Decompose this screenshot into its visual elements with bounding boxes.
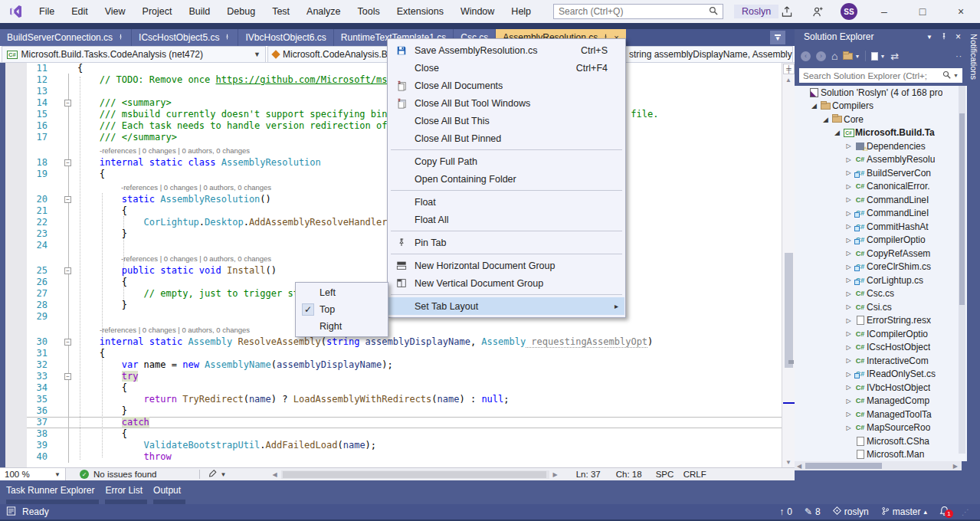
fold-collapse-icon[interactable]: −	[64, 267, 71, 274]
chevron-down-icon[interactable]: ▼	[220, 471, 226, 478]
collapsed-arrow-icon[interactable]: ▷	[844, 424, 854, 431]
collapsed-arrow-icon[interactable]: ▷	[844, 384, 854, 391]
collapsed-arrow-icon[interactable]: ▷	[844, 277, 854, 283]
tree-item-compilers[interactable]: ◢Compilers	[795, 100, 967, 113]
code-line-30[interactable]: 30− internal static Assembly ResolveAsse…	[0, 336, 782, 348]
chevron-down-icon[interactable]: ▼	[953, 73, 959, 78]
scroll-right-icon[interactable]: ▶	[951, 463, 960, 470]
collapsed-arrow-icon[interactable]: ▷	[844, 169, 854, 176]
tree-item-errorstring-resx[interactable]: ▷ErrorString.resx	[795, 314, 967, 328]
codelens-info[interactable]: -references | 0 changes | 0 authors, 0 c…	[100, 326, 250, 334]
toolbar-overflow-icon[interactable]: ··	[955, 52, 967, 61]
tab-BuildServerConnection-cs[interactable]: BuildServerConnection.cs	[0, 29, 131, 46]
collapsed-arrow-icon[interactable]: ▷	[844, 237, 854, 244]
spaces-indicator[interactable]: SPC	[656, 470, 683, 479]
tree-item-managedcomp[interactable]: ▷C#ManagedComp	[795, 395, 967, 408]
tree-item-dependencies[interactable]: ▷Dependencies	[795, 139, 967, 153]
search-icon[interactable]	[709, 6, 718, 18]
tree-item-csc-cs[interactable]: ▷C#Csc.cs	[795, 287, 967, 301]
collapsed-arrow-icon[interactable]: ▷	[844, 303, 854, 310]
fold-collapse-icon[interactable]: −	[64, 196, 71, 203]
collapsed-arrow-icon[interactable]: ▷	[844, 143, 854, 149]
forward-button[interactable]: ›	[816, 51, 826, 61]
tree-vertical-scrollbar[interactable]	[959, 86, 965, 454]
editor-split-handle-icon[interactable]: ╪	[783, 64, 795, 74]
menu-item-copy-full-path[interactable]: Copy Full Path	[388, 152, 624, 170]
quick-search-box[interactable]	[553, 4, 723, 19]
tree-item-icompileroptio[interactable]: ▷C#ICompilerOptio	[795, 327, 967, 341]
fold-collapse-icon[interactable]: −	[64, 159, 71, 166]
editor-horizontal-scrollbar[interactable]	[281, 470, 549, 479]
collapsed-arrow-icon[interactable]: ▷	[844, 290, 854, 297]
tree-item-commandlinei[interactable]: ▷C#CommandLineI	[795, 193, 967, 207]
home-icon[interactable]: ⌂	[831, 50, 837, 62]
submenu-item-left[interactable]: Left	[297, 284, 387, 301]
code-line-37[interactable]: 37 catch	[0, 417, 782, 428]
collapsed-arrow-icon[interactable]: ▷	[844, 183, 854, 190]
editor-vertical-scrollbar[interactable]: ╪ ▲ ▼	[782, 63, 795, 467]
pending-changes-button[interactable]: ✎ 8	[805, 506, 821, 517]
solution-context-label[interactable]: Roslyn	[734, 5, 778, 18]
fold-collapse-icon[interactable]: −	[64, 100, 71, 106]
tree-item-buildservercon[interactable]: ▷C#BuildServerCon	[795, 166, 967, 180]
menu-item-close-all-documents[interactable]: Close All Documents	[388, 77, 624, 94]
branch-button[interactable]: master ▴	[881, 506, 927, 518]
tree-item-commithashat[interactable]: ▷C#CommitHashAt	[795, 220, 967, 234]
collapsed-arrow-icon[interactable]: ▷	[844, 371, 854, 378]
menu-item-close-all-but-tool-windows[interactable]: Close All But Tool Windows	[388, 94, 624, 112]
code-line-31[interactable]: 31 {	[0, 348, 782, 359]
incoming-commits-button[interactable]: ↑ 0	[779, 506, 792, 517]
tree-item-coreclrshim-cs[interactable]: ▷C#CoreClrShim.cs	[795, 260, 967, 274]
repository-button[interactable]: roslyn	[833, 506, 869, 517]
tree-item-microsoft-build-ta[interactable]: ◢C#Microsoft.Build.Ta	[795, 126, 967, 140]
minimize-button[interactable]: –	[873, 3, 896, 20]
tree-item-csi-cs[interactable]: ▷C#Csi.cs	[795, 300, 967, 314]
solution-explorer-titlebar[interactable]: Solution Explorer ▼ ×	[795, 29, 967, 44]
scroll-up-icon[interactable]: ▲	[782, 77, 795, 84]
tree-horizontal-scrollbar[interactable]: ◀ ▶	[795, 461, 962, 470]
panel-tab-error-list[interactable]: Error List	[105, 485, 143, 499]
code-line-36[interactable]: 36 }	[0, 405, 782, 417]
codelens-info[interactable]: -references | 0 changes | 0 authors, 0 c…	[121, 183, 271, 192]
scroll-left-icon[interactable]: ◀	[272, 471, 277, 478]
menu-item-float[interactable]: Float	[388, 193, 624, 211]
panel-tab-output[interactable]: Output	[153, 485, 181, 499]
notifications-button[interactable]: 1	[939, 506, 949, 519]
codelens-row[interactable]: -references | 0 changes | 0 authors, 0 c…	[0, 323, 782, 336]
collapsed-arrow-icon[interactable]: ▷	[844, 398, 854, 405]
zoom-dropdown[interactable]: 100 % ▼	[0, 468, 66, 481]
menu-edit[interactable]: Edit	[63, 0, 97, 23]
code-line-40[interactable]: 40 throw	[0, 451, 782, 463]
menu-item-new-vertical-document-group[interactable]: New Vertical Document Group	[388, 274, 624, 292]
account-avatar[interactable]: SS	[841, 3, 857, 20]
menu-build[interactable]: Build	[180, 0, 218, 23]
health-check-icon[interactable]: ✓	[80, 470, 89, 479]
submenu-item-top[interactable]: ✓Top	[297, 301, 387, 318]
collapsed-arrow-icon[interactable]: ▷	[844, 330, 854, 337]
collapsed-arrow-icon[interactable]: ▷	[844, 250, 854, 257]
scroll-down-icon[interactable]: ▼	[782, 459, 795, 466]
menu-project[interactable]: Project	[134, 0, 181, 23]
code-line-35[interactable]: 35 return TryRedirect(name) ? LoadAssemb…	[0, 394, 782, 405]
menu-file[interactable]: File	[31, 0, 63, 23]
code-line-33[interactable]: 33− try	[0, 371, 782, 382]
menu-extensions[interactable]: Extensions	[388, 0, 452, 23]
collapsed-arrow-icon[interactable]: ▷	[844, 196, 854, 203]
menu-help[interactable]: Help	[503, 0, 539, 23]
tab-ICscHostObject5-cs[interactable]: ICscHostObject5.cs	[132, 29, 238, 46]
menu-tools[interactable]: Tools	[349, 0, 388, 23]
menu-item-close-all-but-pinned[interactable]: Close All But Pinned	[388, 129, 624, 147]
menu-item-save-assemblyresolution-cs[interactable]: Save AssemblyResolution.csCtrl+S	[388, 41, 624, 59]
pin-icon[interactable]	[940, 32, 948, 42]
solution-explorer-search[interactable]: ▼	[799, 68, 962, 83]
project-dropdown[interactable]: C# Microsoft.Build.Tasks.CodeAnalysis (n…	[2, 46, 266, 63]
member-dropdown[interactable]: string assemblyDisplayName, Assembly ▼	[624, 46, 793, 63]
notifications-tab[interactable]: Notifications	[969, 29, 978, 80]
back-button[interactable]: ‹	[801, 51, 811, 61]
collapsed-arrow-icon[interactable]: ▷	[844, 223, 854, 230]
close-window-button[interactable]: ×	[949, 3, 972, 20]
code-cleanup-icon[interactable]	[208, 469, 218, 480]
tree-item-interactivecom[interactable]: ▷C#InteractiveCom	[795, 354, 967, 368]
line-ending-indicator[interactable]: CRLF	[683, 470, 714, 479]
window-menu-icon[interactable]: ▼	[926, 34, 932, 41]
